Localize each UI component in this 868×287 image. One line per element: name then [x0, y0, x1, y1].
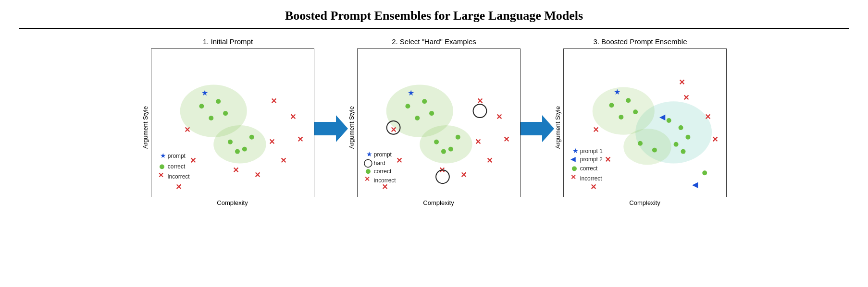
svg-text:prompt 2: prompt 2	[580, 156, 602, 163]
svg-text:✕: ✕	[712, 135, 718, 144]
svg-point-56	[365, 169, 370, 174]
svg-point-32	[429, 111, 434, 116]
svg-text:incorrect: incorrect	[167, 173, 189, 180]
svg-text:★: ★	[160, 152, 166, 159]
svg-text:★: ★	[614, 88, 620, 96]
svg-text:◀: ◀	[692, 180, 698, 189]
svg-text:✕: ✕	[496, 113, 502, 121]
svg-text:correct: correct	[167, 163, 185, 170]
svg-text:incorrect: incorrect	[580, 175, 602, 182]
svg-point-9	[235, 149, 239, 154]
svg-text:✕: ✕	[705, 113, 711, 121]
svg-text:★: ★	[408, 89, 414, 97]
svg-text:✕: ✕	[189, 156, 196, 165]
svg-text:✕: ✕	[503, 135, 509, 144]
svg-text:✕: ✕	[678, 78, 684, 86]
svg-point-62	[592, 87, 654, 134]
page-title: Boosted Prompt Ensembles for Large Langu…	[19, 0, 849, 29]
svg-text:✕: ✕	[297, 135, 303, 144]
svg-point-4	[223, 111, 228, 116]
svg-point-63	[623, 129, 671, 165]
svg-point-64	[609, 103, 614, 108]
arrow-2	[521, 54, 554, 203]
diagram-2-chart: ★ ✕ ✕ ✕ ✕ ✕ ✕ ✕ ✕ ✕ ✕	[357, 48, 521, 197]
svg-text:incorrect: incorrect	[373, 177, 396, 184]
diagram-3-title: 3. Boosted Prompt Ensemble	[593, 37, 687, 46]
diagram-2-y-label: Argument Style	[348, 51, 355, 204]
diagram-1-x-label: Complexity	[217, 199, 248, 206]
svg-text:✕: ✕	[396, 156, 402, 165]
svg-point-66	[633, 109, 638, 114]
svg-point-69	[652, 148, 657, 153]
svg-point-36	[455, 135, 460, 140]
diagram-1-title: 1. Initial Prompt	[203, 37, 253, 46]
svg-text:✕: ✕	[364, 175, 370, 183]
svg-point-65	[626, 98, 631, 103]
diagram-1-y-label: Argument Style	[142, 51, 149, 204]
svg-text:★: ★	[201, 89, 208, 97]
svg-text:✕: ✕	[254, 171, 260, 179]
svg-point-37	[441, 149, 446, 154]
svg-point-34	[434, 140, 439, 144]
svg-text:prompt: prompt	[373, 151, 392, 158]
svg-point-35	[448, 147, 453, 152]
svg-point-73	[673, 142, 678, 147]
svg-point-29	[420, 125, 472, 163]
svg-point-2	[199, 104, 204, 108]
svg-point-90	[571, 166, 576, 171]
svg-point-50	[473, 104, 486, 118]
svg-point-71	[678, 125, 683, 130]
svg-text:✕: ✕	[390, 126, 396, 134]
svg-text:◀: ◀	[659, 113, 665, 121]
svg-text:✕: ✕	[268, 138, 274, 146]
svg-point-23	[159, 164, 164, 169]
svg-marker-60	[521, 115, 554, 142]
svg-text:correct: correct	[373, 168, 391, 175]
svg-point-1	[213, 125, 266, 163]
svg-text:★: ★	[366, 150, 372, 158]
svg-text:✕: ✕	[590, 183, 596, 191]
svg-point-6	[228, 140, 233, 144]
svg-point-70	[666, 118, 671, 123]
svg-text:✕: ✕	[683, 94, 689, 102]
svg-point-33	[415, 116, 420, 120]
svg-point-68	[638, 141, 643, 146]
svg-point-7	[242, 147, 247, 152]
svg-point-54	[364, 160, 372, 167]
diagram-1-chart: ★ ✕ ✕ ✕ ✕ ✕ ✕ ✕ ✕ ✕ ✕ ★ prompt	[151, 48, 314, 197]
svg-text:✕: ✕	[486, 156, 493, 165]
svg-text:✕: ✕	[233, 166, 239, 174]
svg-text:✕: ✕	[158, 171, 164, 179]
svg-point-74	[681, 149, 685, 154]
diagram-2-x-label: Complexity	[423, 199, 454, 206]
svg-point-5	[209, 116, 213, 120]
diagram-2-title: 2. Select "Hard" Examples	[392, 37, 476, 46]
svg-text:correct: correct	[580, 165, 597, 172]
svg-text:hard: hard	[373, 160, 385, 167]
diagram-3-y-label: Argument Style	[554, 51, 561, 204]
svg-text:✕: ✕	[184, 126, 190, 134]
svg-marker-27	[314, 115, 348, 142]
diagram-1: 1. Initial Prompt Argument Style	[142, 37, 314, 206]
svg-point-3	[216, 99, 221, 104]
svg-text:✕: ✕	[604, 155, 610, 164]
svg-text:✕: ✕	[175, 183, 181, 191]
svg-point-75	[702, 170, 707, 175]
diagram-3: 3. Boosted Prompt Ensemble Argument Styl…	[554, 37, 727, 206]
svg-text:prompt 1: prompt 1	[580, 148, 602, 155]
svg-point-67	[619, 115, 623, 120]
svg-point-8	[249, 135, 254, 140]
svg-point-31	[422, 99, 427, 104]
svg-text:✕: ✕	[280, 156, 286, 165]
svg-text:◀: ◀	[570, 155, 576, 163]
svg-text:✕: ✕	[474, 138, 481, 146]
svg-text:✕: ✕	[570, 173, 576, 181]
svg-text:★: ★	[572, 147, 578, 155]
svg-point-72	[685, 135, 690, 140]
diagram-3-chart: ★ ◀ ◀ ✕ ✕ ✕ ✕ ✕ ✕ ✕ ★ prompt	[563, 48, 727, 197]
svg-text:✕: ✕	[290, 113, 296, 121]
svg-text:✕: ✕	[271, 97, 277, 105]
svg-text:prompt: prompt	[167, 153, 186, 159]
diagram-2: 2. Select "Hard" Examples Argument Style	[348, 37, 521, 206]
svg-text:✕: ✕	[460, 171, 466, 179]
